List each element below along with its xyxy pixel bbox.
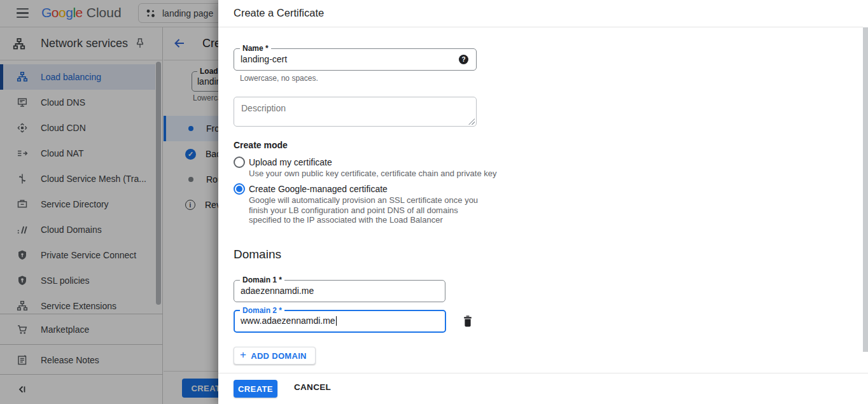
- help-icon[interactable]: ?: [459, 55, 468, 64]
- trash-icon: [462, 315, 473, 328]
- domains-heading: Domains: [234, 247, 281, 261]
- panel-title: Create a Certificate: [234, 7, 324, 19]
- panel-scrollbar[interactable]: [863, 27, 868, 352]
- create-certificate-panel: Create a Certificate Name * landing-cert…: [218, 0, 868, 404]
- add-domain-button[interactable]: + ADD DOMAIN: [234, 347, 316, 365]
- domain-1-label: Domain 1 *: [240, 275, 284, 284]
- create-mode-label: Create mode: [234, 140, 288, 150]
- add-domain-label: ADD DOMAIN: [251, 351, 307, 361]
- radio-google-managed-description: Google will automatically provision an S…: [249, 195, 489, 225]
- delete-domain-button[interactable]: [462, 315, 473, 328]
- text-cursor: [336, 316, 337, 326]
- gcp-console: GoogleCloud landing page Network service…: [0, 0, 868, 404]
- resize-handle-icon[interactable]: [468, 118, 475, 125]
- radio-upload-certificate[interactable]: [234, 157, 245, 168]
- domain-2-field[interactable]: Domain 2 * www.adaezennamdi.me: [234, 310, 446, 333]
- certificate-name-label: Name *: [240, 44, 271, 53]
- cancel-button[interactable]: CANCEL: [294, 382, 331, 392]
- panel-title-divider: [218, 27, 863, 27]
- domain-1-field[interactable]: Domain 1 * adaezennamdi.me: [234, 280, 445, 302]
- panel-footer-divider: [218, 373, 868, 373]
- description-placeholder: Description: [234, 97, 476, 113]
- radio-google-managed-label[interactable]: Create Google-managed certificate: [249, 184, 388, 194]
- radio-upload-label[interactable]: Upload my certificate: [249, 157, 332, 167]
- certificate-name-field[interactable]: Name * landing-cert ?: [234, 48, 477, 71]
- radio-google-managed[interactable]: [234, 183, 245, 195]
- radio-upload-description: Use your own public key certificate, cer…: [249, 169, 605, 179]
- create-certificate-button[interactable]: CREATE: [234, 380, 277, 398]
- plus-icon: +: [240, 349, 246, 361]
- certificate-name-hint: Lowercase, no spaces.: [240, 74, 318, 83]
- domain-2-label: Domain 2 *: [240, 306, 284, 315]
- description-textarea[interactable]: Description: [234, 97, 477, 127]
